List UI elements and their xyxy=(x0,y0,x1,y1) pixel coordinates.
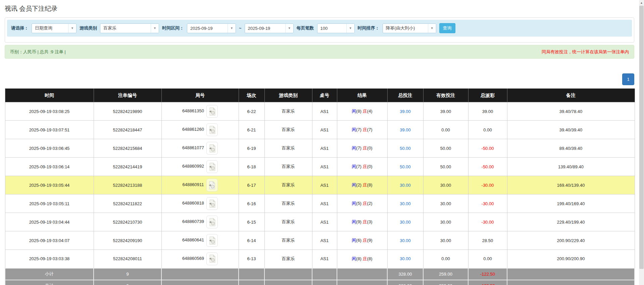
table-row[interactable]: 2025-09-19 03:04:44 522824210730 6488607… xyxy=(5,213,635,231)
player-result: 闲 xyxy=(352,219,356,224)
cell-total-bet: 30.00 xyxy=(387,231,423,250)
search-button[interactable]: 查询 xyxy=(439,23,455,33)
table-row[interactable]: 2025-09-19 03:08:25 522824219890 6488613… xyxy=(5,102,635,121)
chevron-down-icon[interactable]: ▼ xyxy=(68,24,76,33)
cell-result: 闲(5) 庄(2) xyxy=(337,194,387,213)
sort-order-select[interactable]: 降幂(由大到小) ▼ xyxy=(383,23,436,33)
chevron-down-icon[interactable]: ▼ xyxy=(346,24,354,33)
column-header: 注单编号 xyxy=(94,89,161,102)
cell-time: 2025-09-19 03:07:51 xyxy=(5,121,94,139)
cell-table-no: AS1 xyxy=(312,250,337,268)
cell-remark: 200.90/229.40 xyxy=(507,231,635,250)
total-bet-link[interactable]: 30.00 xyxy=(400,201,411,206)
total-bet-link[interactable]: 30.00 xyxy=(400,220,411,225)
game-type-select[interactable]: 百家乐 ▼ xyxy=(100,23,159,33)
video-replay-button[interactable] xyxy=(206,179,218,191)
video-replay-button[interactable] xyxy=(206,105,218,118)
player-result: 闲 xyxy=(352,109,356,114)
currency-total-text: 币别：人民币 | 总共 :9 注单 | xyxy=(10,49,66,55)
table-row[interactable]: 2025-09-19 03:06:14 522824214419 6488609… xyxy=(5,158,635,176)
table-row[interactable]: 2025-09-19 03:05:44 522824213188 6488609… xyxy=(5,176,635,194)
page-button-1[interactable]: 1 xyxy=(622,73,634,85)
video-replay-button[interactable] xyxy=(206,123,218,136)
cell-valid-bet: 0.00 xyxy=(423,121,468,139)
game-type-value[interactable]: 百家乐 xyxy=(100,24,151,33)
video-replay-button[interactable] xyxy=(206,160,218,173)
cell-result: 闲(7) 庄(0) xyxy=(337,139,387,158)
cell-round-id: 648860818 xyxy=(161,194,239,213)
player-score: (8) xyxy=(356,256,361,261)
query-type-select[interactable]: 日期查询 ▼ xyxy=(32,23,77,33)
date-from-select[interactable]: 2025-09-19 ▼ xyxy=(187,23,236,33)
cell-remark: 200.90/200.90 xyxy=(507,250,635,268)
chevron-down-icon[interactable]: ▼ xyxy=(228,24,236,33)
cell-round-id: 648860739 xyxy=(161,213,239,231)
page-size-select[interactable]: 100 ▼ xyxy=(317,23,355,33)
cell-game-type: 百家乐 xyxy=(264,250,312,268)
footer-total-bet: 328.00 xyxy=(387,280,423,285)
table-row[interactable]: 2025-09-19 03:07:51 522824218447 6488612… xyxy=(5,121,635,139)
time-range-label: 时间区间： xyxy=(162,25,184,31)
cell-total-bet: 50.00 xyxy=(387,139,423,158)
page-content: 视讯 会员下注纪录 请选择： 日期查询 ▼ 游戏类别 百家乐 ▼ 时间区间： 2… xyxy=(5,4,634,285)
round-id: 648860911 xyxy=(182,182,204,187)
total-bet-link[interactable]: 30.00 xyxy=(400,183,411,188)
film-document-icon xyxy=(209,236,216,245)
page-size-value[interactable]: 100 xyxy=(317,24,346,33)
video-replay-button[interactable] xyxy=(206,142,218,155)
film-document-icon xyxy=(209,107,216,116)
table-row[interactable]: 2025-09-19 03:03:38 522824208011 6488605… xyxy=(5,250,635,268)
banker-score: (3) xyxy=(367,219,373,224)
video-replay-button[interactable] xyxy=(206,252,218,265)
cell-bet-id: 522824214419 xyxy=(94,158,161,176)
sort-order-value[interactable]: 降幂(由大到小) xyxy=(383,24,428,33)
cell-payout: 0.00 xyxy=(468,121,507,139)
date-from-value[interactable]: 2025-09-19 xyxy=(187,24,228,33)
table-footer: 小计 9 328.00 259.00 -122.50 总计 9 328.00 2… xyxy=(5,268,635,285)
round-id: 648860641 xyxy=(182,237,204,242)
footer-total-bet: 328.00 xyxy=(387,268,423,280)
cell-session: 6-15 xyxy=(239,213,264,231)
cell-bet-id: 522824213188 xyxy=(94,176,161,194)
date-to-select[interactable]: 2025-09-19 ▼ xyxy=(245,23,294,33)
date-to-value[interactable]: 2025-09-19 xyxy=(245,24,285,33)
cell-bet-id: 522824210730 xyxy=(94,213,161,231)
total-bet-link[interactable]: 39.00 xyxy=(400,109,411,114)
total-bet-link[interactable]: 30.00 xyxy=(400,238,411,243)
footer-label: 总计 xyxy=(5,280,94,285)
cell-game-type: 百家乐 xyxy=(264,194,312,213)
total-bet-link[interactable]: 50.00 xyxy=(400,146,411,151)
scrollbar-thumb[interactable] xyxy=(639,6,644,269)
column-header: 结果 xyxy=(337,89,387,102)
total-bet-link[interactable]: 50.00 xyxy=(400,164,411,169)
game-type-label: 游戏类别 xyxy=(80,25,97,31)
cell-payout: 0.00 xyxy=(468,250,507,268)
banker-score: (4) xyxy=(367,109,373,114)
cell-round-id: 648861350 xyxy=(161,102,239,121)
video-replay-button[interactable] xyxy=(206,234,218,247)
video-replay-button[interactable] xyxy=(206,197,218,210)
banker-result: 庄 xyxy=(363,109,367,114)
chevron-down-icon[interactable]: ▼ xyxy=(285,24,293,33)
total-bet-link[interactable]: 30.00 xyxy=(400,256,411,261)
cell-payout: 28.50 xyxy=(468,231,507,250)
cell-valid-bet: 30.00 xyxy=(423,176,468,194)
banker-result: 庄 xyxy=(363,182,367,187)
chevron-down-icon[interactable]: ▼ xyxy=(428,24,436,33)
total-bet-link[interactable]: 39.00 xyxy=(400,127,411,132)
player-result: 闲 xyxy=(352,146,356,151)
cell-total-bet: 50.00 xyxy=(387,158,423,176)
video-replay-button[interactable] xyxy=(206,216,218,228)
cell-bet-id: 522824218447 xyxy=(94,121,161,139)
cell-time: 2025-09-19 03:06:45 xyxy=(5,139,94,158)
scroll-up-arrow-icon[interactable]: ▲ xyxy=(639,0,644,5)
chevron-down-icon[interactable]: ▼ xyxy=(151,24,159,33)
table-row[interactable]: 2025-09-19 03:06:45 522824215684 6488610… xyxy=(5,139,635,158)
table-row[interactable]: 2025-09-19 03:04:07 522824209190 6488606… xyxy=(5,231,635,250)
table-row[interactable]: 2025-09-19 03:05:11 522824211822 6488608… xyxy=(5,194,635,213)
player-result: 闲 xyxy=(352,127,356,132)
window-scrollbar[interactable]: ▲ xyxy=(639,0,644,285)
cell-time: 2025-09-19 03:06:14 xyxy=(5,158,94,176)
cell-payout: -30.00 xyxy=(468,213,507,231)
query-type-value[interactable]: 日期查询 xyxy=(32,24,68,33)
